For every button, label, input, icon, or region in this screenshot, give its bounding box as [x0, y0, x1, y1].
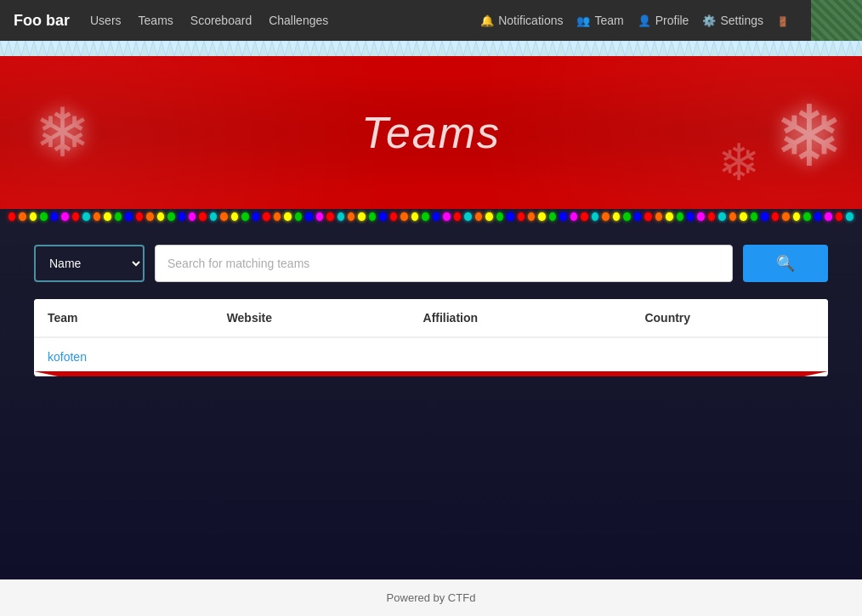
light-bulb	[602, 212, 609, 221]
search-button[interactable]: 🔍	[743, 245, 828, 282]
light-bulb	[274, 212, 281, 221]
light-bulb	[51, 212, 58, 221]
page-title: Teams	[361, 107, 501, 158]
light-bulb	[538, 212, 545, 221]
light-bulb	[19, 212, 26, 221]
light-bulb	[157, 212, 164, 221]
light-bulb	[252, 212, 259, 221]
navbar-left: Foo bar Users Teams Scoreboard Challenge…	[14, 12, 480, 30]
search-input[interactable]	[155, 245, 733, 282]
light-bulb	[326, 212, 333, 221]
nav-logout[interactable]	[777, 14, 789, 27]
team-name-cell: kofoten	[34, 337, 213, 376]
light-bulb	[825, 212, 831, 221]
light-bulb	[666, 212, 672, 221]
light-bulb	[284, 212, 291, 221]
team-website-cell	[213, 337, 410, 376]
table-header-row: Team Website Affiliation Country	[34, 299, 828, 337]
nav-users[interactable]: Users	[90, 14, 122, 27]
search-filter-select[interactable]: Name Affiliation Country	[34, 245, 145, 282]
light-bulb	[305, 212, 312, 221]
light-bulb	[72, 212, 79, 221]
light-bulb	[793, 212, 800, 221]
logout-icon	[777, 14, 789, 27]
team-icon	[576, 14, 590, 27]
icicle-decoration	[0, 41, 862, 56]
gear-icon	[702, 14, 716, 27]
light-bulb	[40, 212, 47, 221]
light-string	[7, 212, 855, 221]
table-row: kofoten	[34, 337, 828, 376]
light-bulb	[104, 212, 111, 221]
light-bulb	[295, 212, 302, 221]
light-bulb	[592, 212, 598, 221]
snowflake-right-decoration: ❄	[774, 87, 845, 186]
light-bulb	[316, 212, 323, 221]
light-bulb	[708, 212, 715, 221]
nav-notifications[interactable]: Notifications	[480, 14, 563, 27]
light-bulb	[82, 212, 89, 221]
navbar: Foo bar Users Teams Scoreboard Challenge…	[0, 0, 862, 41]
light-bulb	[475, 212, 482, 221]
team-country-cell	[631, 337, 828, 376]
light-bulb	[136, 212, 143, 221]
light-bulb	[814, 212, 821, 221]
col-website: Website	[213, 299, 410, 337]
light-bulb	[231, 212, 238, 221]
bell-icon	[480, 14, 494, 27]
light-bulb	[337, 212, 344, 221]
light-bulb	[348, 212, 354, 221]
light-bulb	[623, 212, 630, 221]
light-bulb	[761, 212, 768, 221]
light-bulb	[782, 212, 789, 221]
nav-teams[interactable]: Teams	[139, 14, 173, 27]
nav-challenges[interactable]: Challenges	[269, 14, 328, 27]
light-bulb	[581, 212, 587, 221]
light-bulb	[9, 212, 15, 221]
light-bulb	[518, 212, 525, 221]
nav-profile[interactable]: Profile	[638, 14, 689, 27]
nav-scoreboard[interactable]: Scoreboard	[190, 14, 252, 27]
light-bulb	[210, 212, 217, 221]
light-bulb	[772, 212, 779, 221]
light-bulb	[61, 212, 68, 221]
light-bulb	[655, 212, 662, 221]
light-bulb	[179, 212, 185, 221]
light-bulb	[528, 212, 535, 221]
light-bulb	[464, 212, 471, 221]
team-link[interactable]: kofoten	[48, 350, 87, 364]
light-bulb	[549, 212, 556, 221]
light-bulb	[30, 212, 37, 221]
light-bulb	[751, 212, 757, 221]
light-bulb	[496, 212, 503, 221]
light-bulb	[422, 212, 428, 221]
snowflake-right2-decoration: ❄	[717, 133, 760, 192]
light-bulb	[687, 212, 694, 221]
light-bulb	[570, 212, 577, 221]
light-bulb	[697, 212, 704, 221]
nav-team[interactable]: Team	[576, 14, 623, 27]
light-bulb	[634, 212, 641, 221]
light-bulb	[220, 212, 227, 221]
light-bulb	[507, 212, 513, 221]
col-affiliation: Affiliation	[410, 299, 632, 337]
light-bulb	[846, 212, 853, 221]
light-bulb	[454, 212, 461, 221]
light-bulb	[167, 212, 174, 221]
brand-logo[interactable]: Foo bar	[14, 12, 70, 30]
search-icon: 🔍	[776, 254, 795, 273]
snowflake-left-decoration: ❄	[34, 93, 91, 172]
light-bulb	[740, 212, 746, 221]
light-bulb	[379, 212, 386, 221]
main-content: Name Affiliation Country 🔍 Team Website …	[0, 224, 862, 581]
light-bulb	[729, 212, 736, 221]
navbar-right: Notifications Team Profile Settings	[480, 14, 789, 27]
light-bulb	[836, 212, 842, 221]
light-bulb	[369, 212, 376, 221]
light-bulb	[400, 212, 407, 221]
light-bulb	[803, 212, 810, 221]
light-bulb	[199, 212, 206, 221]
light-bulb	[644, 212, 651, 221]
search-container: Name Affiliation Country 🔍	[34, 245, 828, 282]
nav-settings[interactable]: Settings	[702, 14, 763, 27]
